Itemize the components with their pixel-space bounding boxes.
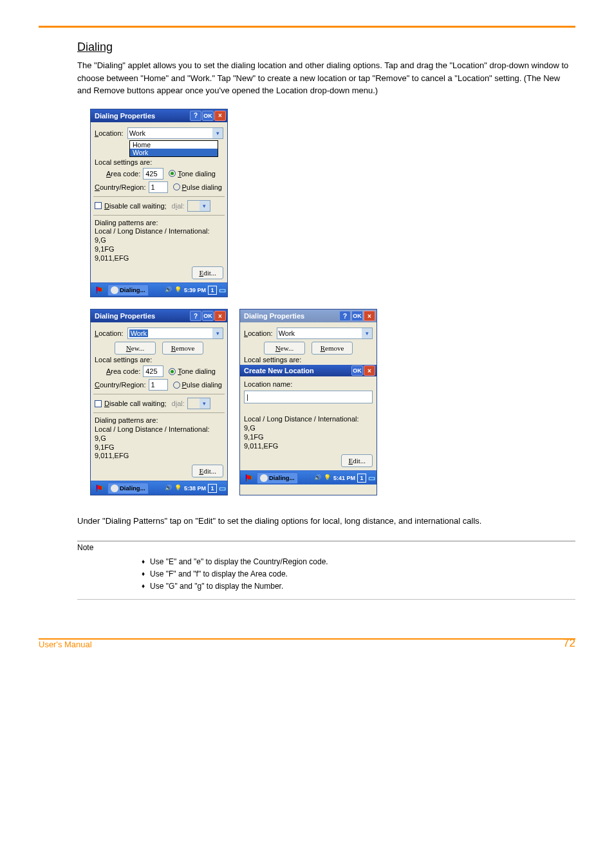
country-input[interactable]: 1 — [149, 181, 168, 193]
app-icon — [111, 485, 118, 492]
disable-cw-checkbox[interactable] — [95, 202, 102, 209]
note-rule-top — [77, 540, 575, 542]
titlebar: Dialing Properties ? OK × — [91, 109, 227, 122]
country-input[interactable]: 1 — [149, 379, 168, 391]
show-desktop-icon[interactable]: ▭ — [368, 474, 375, 483]
location-label: Location: — [244, 329, 273, 337]
edit-button[interactable]: Edit... — [192, 266, 223, 279]
local-settings-label: Local settings are: — [244, 356, 373, 364]
disable-cw-checkbox[interactable] — [95, 400, 102, 407]
separator — [93, 215, 225, 216]
chevron-down-icon[interactable]: ▾ — [362, 328, 372, 338]
chevron-down-icon: ▾ — [200, 398, 210, 409]
create-location-title: Create New Location — [244, 367, 351, 374]
pulse-radio[interactable]: Pulse dialing — [173, 381, 222, 389]
show-desktop-icon[interactable]: ▭ — [219, 286, 226, 295]
window-title: Dialing Properties — [95, 312, 189, 320]
footer-label: User's Manual — [39, 640, 92, 649]
note-item: Use "G" and "g" to display the Number. — [142, 580, 575, 593]
network-icon[interactable]: 💡 — [174, 286, 182, 294]
location-combo[interactable]: Work ▾ — [127, 127, 223, 139]
separator — [93, 412, 225, 413]
app-icon — [111, 286, 118, 294]
patterns-header: Dialing patterns are: — [95, 416, 223, 425]
help-button[interactable]: ? — [190, 311, 201, 321]
window-title: Dialing Properties — [95, 112, 189, 120]
network-icon[interactable]: 💡 — [324, 474, 331, 482]
volume-icon[interactable]: 🔊 — [314, 474, 322, 482]
pattern-intl: 9,011,EFG — [244, 442, 373, 451]
start-button[interactable] — [241, 472, 256, 484]
disable-cw-label: Disable call waiting; — [104, 400, 167, 407]
location-name-input[interactable]: | — [244, 391, 373, 403]
taskbar-app[interactable]: Dialing... — [107, 483, 149, 494]
window-title: Dialing Properties — [244, 312, 339, 320]
windows-flag-icon — [245, 473, 253, 483]
start-button[interactable] — [92, 483, 106, 494]
location-value: Work — [129, 129, 145, 137]
section-title-link[interactable]: Dialing — [77, 41, 113, 54]
input-indicator[interactable]: 1 — [357, 474, 366, 483]
tone-radio[interactable]: Tone dialing — [169, 367, 216, 375]
dial-patterns-paragraph: Under "Dialing Patterns" tap on "Edit" t… — [77, 515, 569, 528]
remove-button[interactable]: Remove — [162, 342, 203, 355]
close-button[interactable]: × — [214, 311, 226, 321]
remove-button[interactable]: Remove — [312, 342, 353, 355]
location-combo[interactable]: Work ▾ — [277, 328, 373, 339]
note-label: Note — [77, 543, 575, 552]
dialing-window-dropdown-open: Dialing Properties ? OK × Location: Work… — [90, 109, 228, 298]
dropdown-item-home[interactable]: Home — [130, 141, 218, 149]
separator — [93, 196, 225, 197]
area-code-label: Area code: — [106, 367, 140, 375]
pulse-radio[interactable]: Pulse dialing — [173, 183, 222, 191]
chevron-down-icon[interactable]: ▾ — [212, 328, 223, 338]
location-combo[interactable]: Work ▾ — [127, 328, 223, 339]
note-item: Use "F" and "f" to display the Area code… — [142, 568, 575, 580]
dialing-window-create-location: Dialing Properties ? OK × Location: Work… — [239, 309, 377, 495]
edit-button[interactable]: Edit... — [341, 454, 373, 467]
ok-button[interactable]: OK — [351, 311, 363, 321]
taskbar: Dialing... 🔊 💡 5:41 PM 1 ▭ — [240, 470, 377, 485]
dial-combo: ▾ — [187, 200, 210, 212]
location-name-label: Location name: — [244, 380, 373, 388]
close-button[interactable]: × — [214, 111, 226, 121]
area-code-input[interactable]: 425 — [143, 365, 163, 377]
help-button[interactable]: ? — [339, 311, 351, 321]
close-button[interactable]: × — [364, 365, 375, 376]
input-indicator[interactable]: 1 — [208, 484, 217, 493]
area-code-input[interactable]: 425 — [143, 168, 163, 180]
dropdown-item-work[interactable]: Work — [130, 149, 218, 156]
volume-icon[interactable]: 🔊 — [165, 485, 172, 492]
input-indicator[interactable]: 1 — [208, 286, 217, 295]
chevron-down-icon[interactable]: ▾ — [212, 128, 223, 138]
edit-button[interactable]: Edit... — [192, 465, 223, 477]
dialing-window-new-remove: Dialing Properties ? OK × Location: Work… — [90, 309, 228, 495]
pattern-intl: 9,011,EFG — [95, 254, 223, 263]
page-number: 72 — [563, 637, 575, 650]
clock: 5:39 PM — [184, 287, 206, 293]
taskbar-app[interactable]: Dialing... — [257, 472, 298, 484]
taskbar: Dialing... 🔊 💡 5:38 PM 1 ▭ — [91, 481, 227, 495]
patterns-sub: Local / Long Distance / International: — [244, 415, 373, 424]
local-settings-label: Local settings are: — [95, 356, 223, 364]
show-desktop-icon[interactable]: ▭ — [219, 484, 226, 493]
ok-button[interactable]: OK — [351, 365, 363, 376]
titlebar-inactive: Dialing Properties ? OK × — [240, 309, 377, 322]
app-icon — [260, 474, 268, 482]
network-icon[interactable]: 💡 — [174, 485, 182, 492]
close-button[interactable]: × — [364, 311, 375, 321]
separator — [93, 394, 225, 394]
patterns-header: Dialing patterns are: — [95, 219, 223, 228]
patterns-sub: Local / Long Distance / International: — [95, 425, 223, 434]
start-button[interactable] — [92, 284, 106, 296]
new-button[interactable]: New... — [264, 342, 305, 355]
tone-radio[interactable]: Tone dialing — [169, 170, 216, 178]
new-button[interactable]: New... — [115, 342, 156, 355]
help-button[interactable]: ? — [190, 111, 201, 121]
taskbar-app[interactable]: Dialing... — [107, 284, 149, 296]
pattern-ld: 9,1FG — [95, 245, 223, 254]
clock: 5:41 PM — [333, 475, 355, 481]
ok-button[interactable]: OK — [202, 111, 214, 121]
ok-button[interactable]: OK — [202, 311, 214, 321]
volume-icon[interactable]: 🔊 — [165, 286, 172, 294]
